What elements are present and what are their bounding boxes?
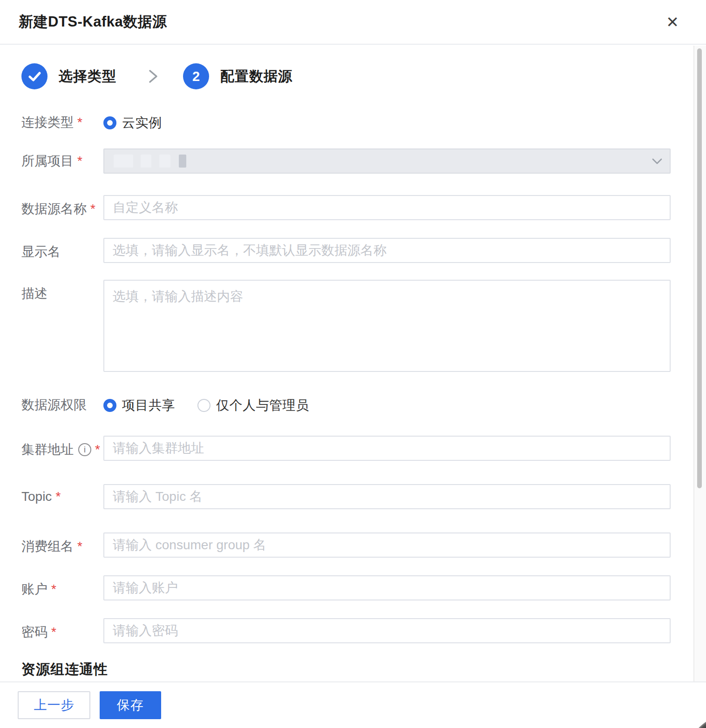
redacted-text [179,155,186,168]
row-datasource-name: 数据源名称* [21,195,671,220]
account-input[interactable] [103,575,671,600]
previous-step-button[interactable]: 上一步 [18,691,90,719]
datasource-name-input[interactable] [103,195,671,220]
redacted-text [159,155,170,168]
step1-label: 选择类型 [59,67,116,86]
cluster-address-input[interactable] [103,436,671,461]
row-permission: 数据源权限 项目共享 仅个人与管理员 [21,395,671,414]
row-display-name: 显示名 [21,238,671,263]
step-select-type[interactable]: 选择类型 [21,63,116,89]
create-dts-kafka-datasource-dialog: 新建DTS-Kafka数据源 ✕ 选择类型 2 配置数据源 [0,0,706,728]
row-connection-type: 连接类型* 云实例 [21,113,671,132]
description-textarea[interactable] [103,280,671,372]
step2-label: 配置数据源 [220,67,292,86]
chevron-right-icon [148,69,159,84]
display-name-label: 显示名 [21,238,103,261]
datasource-name-label: 数据源名称* [21,195,103,218]
row-account: 账户* [21,575,671,600]
step1-check-icon [21,63,48,89]
dialog-body: 选择类型 2 配置数据源 连接类型* 云实例 [0,45,693,681]
radio-selected-icon [103,116,116,129]
step2-number-badge: 2 [183,63,209,89]
radio-selected-icon [103,399,116,412]
row-consumer-group: 消费组名* [21,533,671,558]
redacted-text [114,155,133,168]
save-button[interactable]: 保存 [100,691,161,719]
topic-input[interactable] [103,484,671,509]
display-name-input[interactable] [103,238,671,263]
radio-personal-admin-only-label: 仅个人与管理员 [216,397,309,414]
connection-type-label: 连接类型* [21,114,103,131]
redacted-text [141,155,151,168]
row-cluster-address: 集群地址 i * [21,436,671,461]
chevron-down-icon [652,158,662,164]
permission-label: 数据源权限 [21,396,103,414]
row-password: 密码* [21,618,671,643]
description-label: 描述 [21,280,103,303]
radio-cloud-instance-label: 云实例 [122,114,162,132]
radio-unselected-icon [197,399,210,412]
close-icon[interactable]: ✕ [662,12,683,32]
dialog-header: 新建DTS-Kafka数据源 ✕ [0,0,706,45]
step-configure-datasource[interactable]: 2 配置数据源 [183,63,292,89]
step-indicator: 选择类型 2 配置数据源 [21,63,671,89]
password-label: 密码* [21,618,103,641]
cluster-address-label: 集群地址 i * [21,436,103,458]
info-icon[interactable]: i [78,443,91,456]
resource-group-connectivity-heading: 资源组连通性 [21,660,671,679]
topic-label: Topic* [21,484,103,504]
dialog-title: 新建DTS-Kafka数据源 [19,12,167,32]
row-topic: Topic* [21,484,671,509]
row-project: 所属项目* [21,148,671,174]
radio-personal-admin-only[interactable]: 仅个人与管理员 [197,397,309,414]
consumer-group-label: 消费组名* [21,533,103,555]
project-label: 所属项目* [21,152,103,170]
radio-cloud-instance[interactable]: 云实例 [103,114,162,132]
row-description: 描述 [21,280,671,374]
password-input[interactable] [103,618,671,643]
radio-project-shared-label: 项目共享 [122,397,175,414]
vertical-scrollbar[interactable] [693,46,706,681]
scrollbar-thumb[interactable] [697,48,702,488]
account-label: 账户* [21,575,103,598]
dialog-footer: 上一步 保存 [0,681,706,728]
project-select [103,148,671,174]
consumer-group-input[interactable] [103,533,671,558]
radio-project-shared[interactable]: 项目共享 [103,397,175,414]
